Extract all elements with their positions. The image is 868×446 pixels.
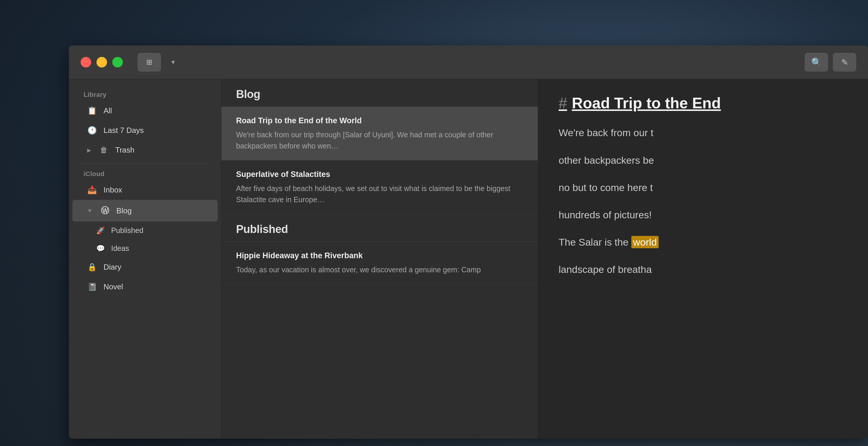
sidebar-item-novel[interactable]: 📓 Novel	[72, 277, 218, 297]
sidebar-divider-1	[81, 163, 209, 164]
sidebar-item-all[interactable]: 📋 All	[72, 101, 218, 121]
note-title: Hippie Hideaway at the Riverbank	[236, 250, 523, 261]
note-item-hippie-hideaway[interactable]: Hippie Hideaway at the Riverbank Today, …	[221, 242, 538, 285]
sidebar-item-label: Diary	[103, 263, 121, 272]
sidebar-toggle-icon: ⊞	[146, 58, 152, 66]
compose-icon: ✎	[841, 58, 848, 67]
highlight-word: world	[631, 236, 659, 248]
note-list: Blog Road Trip to the End of the World W…	[221, 79, 538, 439]
traffic-lights	[81, 57, 123, 67]
sidebar-sub-item-label: Published	[111, 226, 144, 235]
sidebar-item-label: All	[103, 106, 112, 115]
clock-icon: 🕐	[87, 126, 97, 135]
editor-panel: #Road Trip to the End We're back from ou…	[538, 79, 868, 439]
search-icon: 🔍	[811, 57, 822, 67]
editor-paragraph-1: We're back from our t	[559, 124, 847, 142]
note-title: Road Trip to the End of the World	[236, 116, 523, 126]
sidebar-item-label: Novel	[103, 282, 123, 291]
toolbar-right-group: 🔍 ✎	[805, 53, 856, 71]
trash-icon: 🗑	[99, 146, 109, 155]
icloud-section-label: iCloud	[69, 167, 221, 180]
maximize-button[interactable]	[112, 57, 123, 67]
main-content: Library 📋 All 🕐 Last 7 Days ▶ 🗑 Trash iC…	[69, 79, 868, 439]
sidebar-item-label: Last 7 Days	[103, 126, 144, 135]
novel-icon: 📓	[87, 282, 97, 291]
sidebar-item-diary[interactable]: 🔒 Diary	[72, 257, 218, 277]
search-button[interactable]: 🔍	[805, 53, 828, 71]
note-preview: After five days of beach holidays, we se…	[236, 183, 523, 205]
sidebar-item-label: Blog	[116, 206, 132, 215]
note-item-stalactites[interactable]: Superlative of Stalactites After five da…	[221, 160, 538, 214]
sidebar-item-inbox[interactable]: 📥 Inbox	[72, 180, 218, 200]
blog-section-header: Blog	[221, 79, 538, 107]
editor-body[interactable]: We're back from our t other backpackers …	[559, 124, 847, 278]
sidebar-item-label: Trash	[115, 146, 134, 155]
app-window: ⊞ ▾ 🔍 ✎ Library 📋 All 🕐 Last 7 D	[69, 46, 868, 439]
editor-paragraph-6: landscape of breatha	[559, 261, 847, 278]
editor-paragraph-5: The Salar is the world	[559, 233, 847, 251]
sidebar-item-label: Inbox	[103, 185, 122, 195]
trash-expand-arrow: ▶	[87, 147, 91, 153]
sidebar-item-trash[interactable]: ▶ 🗑 Trash	[72, 140, 218, 160]
inbox-icon: 📥	[87, 185, 97, 195]
note-preview: Today, as our vacation is almost over, w…	[236, 264, 523, 275]
sidebar-item-last7days[interactable]: 🕐 Last 7 Days	[72, 121, 218, 140]
sidebar-sub-item-label: Ideas	[111, 244, 129, 252]
sidebar-item-ideas[interactable]: 💬 Ideas	[72, 239, 218, 257]
minimize-button[interactable]	[96, 57, 107, 67]
editor-paragraph-3: no but to come here t	[559, 179, 847, 197]
wordpress-icon: Ⓦ	[100, 205, 110, 216]
heading-prefix: #	[559, 94, 567, 112]
editor-paragraph-4: hundreds of pictures!	[559, 206, 847, 224]
published-icon: 🚀	[96, 227, 105, 235]
note-title: Superlative of Stalactites	[236, 169, 523, 180]
all-icon: 📋	[87, 106, 97, 115]
sidebar-item-blog[interactable]: ▼ Ⓦ Blog	[72, 200, 218, 221]
chevron-down-button[interactable]: ▾	[170, 58, 177, 66]
note-preview: We're back from our trip through [Salar …	[236, 129, 523, 151]
title-bar: ⊞ ▾ 🔍 ✎	[69, 46, 868, 79]
published-section-header: Published	[221, 214, 538, 242]
note-item-road-trip[interactable]: Road Trip to the End of the World We're …	[221, 107, 538, 160]
editor-paragraph-2: other backpackers be	[559, 151, 847, 169]
heading-text: Road Trip to the End	[572, 94, 721, 112]
sidebar-item-published[interactable]: 🚀 Published	[72, 221, 218, 239]
sidebar: Library 📋 All 🕐 Last 7 Days ▶ 🗑 Trash iC…	[69, 79, 221, 439]
compose-button[interactable]: ✎	[833, 53, 856, 71]
close-button[interactable]	[81, 57, 91, 67]
chevron-down-icon: ▾	[172, 58, 175, 66]
library-section-label: Library	[69, 88, 221, 101]
diary-icon: 🔒	[87, 263, 97, 272]
blog-expand-arrow: ▼	[87, 208, 92, 214]
ideas-icon: 💬	[96, 244, 105, 252]
sidebar-toggle-button[interactable]: ⊞	[137, 53, 161, 71]
editor-heading: #Road Trip to the End	[559, 94, 847, 112]
